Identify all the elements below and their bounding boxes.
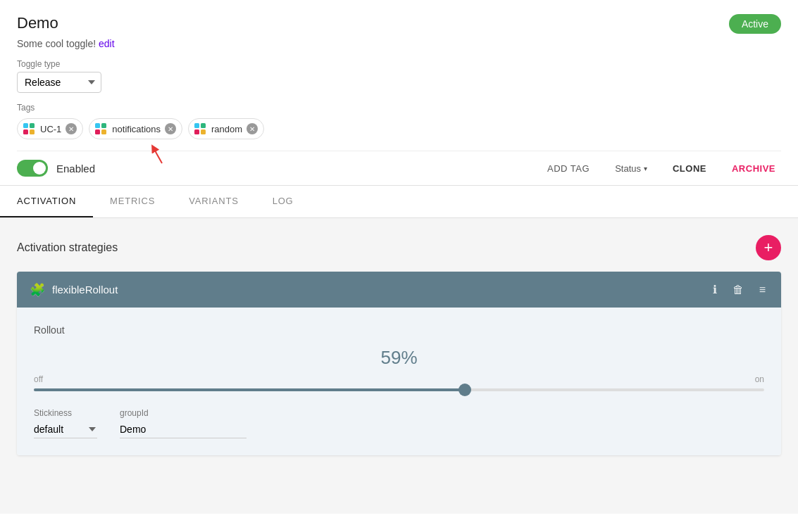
puzzle-icon: 🧩 bbox=[30, 282, 45, 298]
toggle-type-select[interactable]: Release Experiment Operational Kill swit… bbox=[17, 72, 101, 93]
toggle-slider bbox=[17, 160, 48, 177]
group-id-input[interactable] bbox=[120, 421, 247, 438]
remove-tag-notifications[interactable]: ✕ bbox=[165, 123, 176, 134]
strategy-card-title: 🧩 flexibleRollout bbox=[30, 282, 118, 298]
menu-icon: ≡ bbox=[759, 284, 766, 296]
tab-activation[interactable]: ACTIVATION bbox=[0, 186, 93, 217]
section-header: Activation strategies + bbox=[17, 235, 781, 260]
edit-link[interactable]: edit bbox=[99, 38, 115, 49]
rollout-body: Rollout 59% off on bbox=[17, 308, 781, 455]
toggle-type-section: Toggle type Release Experiment Operation… bbox=[17, 59, 781, 93]
description-text: Some cool toggle! bbox=[17, 38, 99, 49]
svg-rect-8 bbox=[194, 123, 199, 128]
tag-name-uc1: UC-1 bbox=[40, 124, 61, 134]
svg-rect-3 bbox=[30, 129, 35, 134]
tag-name-notifications: notifications bbox=[112, 124, 161, 134]
svg-rect-4 bbox=[95, 123, 100, 128]
off-label: off bbox=[34, 374, 43, 384]
tag-icon-random bbox=[193, 122, 207, 136]
group-id-group: groupId bbox=[120, 408, 247, 438]
clone-button[interactable]: CLONE bbox=[667, 160, 712, 177]
enabled-toggle[interactable] bbox=[17, 160, 48, 177]
archive-button[interactable]: ARCHIVE bbox=[726, 160, 781, 177]
add-strategy-button[interactable]: + bbox=[756, 235, 781, 260]
svg-rect-11 bbox=[201, 129, 206, 134]
slack-icon-notifications bbox=[94, 122, 107, 135]
stickiness-group: Stickiness default userId sessionId rand… bbox=[34, 408, 97, 438]
header-section: Demo Active Some cool toggle! edit Toggl… bbox=[0, 0, 798, 186]
range-track-wrapper bbox=[34, 388, 764, 391]
strategy-menu-button[interactable]: ≡ bbox=[756, 282, 768, 298]
plus-icon: + bbox=[764, 240, 773, 255]
tags-container: UC-1 ✕ notifications ✕ bbox=[17, 118, 781, 139]
remove-tag-uc1[interactable]: ✕ bbox=[66, 123, 77, 134]
tag-name-random: random bbox=[211, 124, 242, 134]
tag-icon-uc1 bbox=[22, 122, 36, 136]
tab-log[interactable]: LOG bbox=[256, 186, 311, 217]
svg-rect-10 bbox=[194, 129, 199, 134]
slider-container: 59% off on bbox=[34, 347, 764, 391]
content-section: Activation strategies + 🧩 flexibleRollou… bbox=[0, 218, 798, 514]
svg-rect-6 bbox=[95, 129, 100, 134]
tag-icon-notifications bbox=[94, 122, 108, 136]
slider-labels: off on bbox=[34, 374, 764, 384]
tag-chip-random: random ✕ bbox=[188, 118, 264, 139]
range-track bbox=[34, 388, 764, 391]
on-label: on bbox=[755, 374, 764, 384]
stickiness-row: Stickiness default userId sessionId rand… bbox=[34, 408, 764, 438]
status-label: Status bbox=[615, 163, 641, 174]
add-tag-button[interactable]: ADD TAG bbox=[542, 160, 595, 177]
tags-section: Tags UC-1 ✕ bbox=[17, 103, 781, 139]
rollout-percent: 59% bbox=[34, 347, 764, 369]
remove-tag-random[interactable]: ✕ bbox=[247, 123, 258, 134]
action-bar: Enabled ADD TAG Status ▾ CLONE ARCHIVE bbox=[17, 151, 781, 185]
enabled-label: Enabled bbox=[56, 163, 95, 175]
strategy-card-header: 🧩 flexibleRollout ℹ 🗑 ≡ bbox=[17, 272, 781, 308]
active-badge: Active bbox=[729, 14, 781, 34]
svg-rect-0 bbox=[23, 123, 28, 128]
stickiness-label: Stickiness bbox=[34, 408, 97, 418]
tags-label: Tags bbox=[17, 103, 781, 113]
tabs-bar: ACTIVATION METRICS VARIANTS LOG bbox=[0, 186, 798, 218]
rollout-label: Rollout bbox=[34, 324, 764, 336]
description: Some cool toggle! edit bbox=[17, 38, 781, 49]
page-wrapper: Demo Active Some cool toggle! edit Toggl… bbox=[0, 0, 798, 532]
slack-icon-random bbox=[194, 122, 206, 135]
feature-title: Demo bbox=[17, 14, 58, 32]
range-thumb[interactable] bbox=[459, 384, 471, 396]
strategy-card-actions: ℹ 🗑 ≡ bbox=[710, 281, 768, 298]
svg-rect-5 bbox=[101, 123, 106, 128]
tab-variants[interactable]: VARIANTS bbox=[172, 186, 255, 217]
toggle-type-label: Toggle type bbox=[17, 59, 781, 69]
svg-rect-7 bbox=[101, 129, 106, 134]
svg-rect-1 bbox=[30, 123, 35, 128]
tag-chip-uc1: UC-1 ✕ bbox=[17, 118, 83, 139]
header-top: Demo Active bbox=[17, 14, 781, 34]
action-bar-left: Enabled bbox=[17, 160, 95, 177]
info-icon: ℹ bbox=[713, 284, 717, 296]
svg-rect-2 bbox=[23, 129, 28, 134]
strategy-name: flexibleRollout bbox=[52, 284, 118, 296]
strategy-card: 🧩 flexibleRollout ℹ 🗑 ≡ Rollout bbox=[17, 272, 781, 455]
group-id-label: groupId bbox=[120, 408, 247, 418]
slack-icon-blue bbox=[23, 122, 35, 135]
strategy-delete-button[interactable]: 🗑 bbox=[730, 282, 747, 298]
tag-chip-notifications: notifications ✕ bbox=[89, 118, 182, 139]
section-title: Activation strategies bbox=[17, 241, 118, 254]
svg-rect-9 bbox=[201, 123, 206, 128]
trash-icon: 🗑 bbox=[732, 284, 744, 296]
action-bar-right: ADD TAG Status ▾ CLONE ARCHIVE bbox=[542, 160, 781, 177]
chevron-down-icon: ▾ bbox=[644, 165, 647, 172]
strategy-info-button[interactable]: ℹ bbox=[710, 281, 720, 298]
range-fill bbox=[34, 388, 465, 391]
status-button[interactable]: Status ▾ bbox=[609, 160, 653, 177]
stickiness-select[interactable]: default userId sessionId random bbox=[34, 421, 97, 438]
tab-metrics[interactable]: METRICS bbox=[93, 186, 172, 217]
